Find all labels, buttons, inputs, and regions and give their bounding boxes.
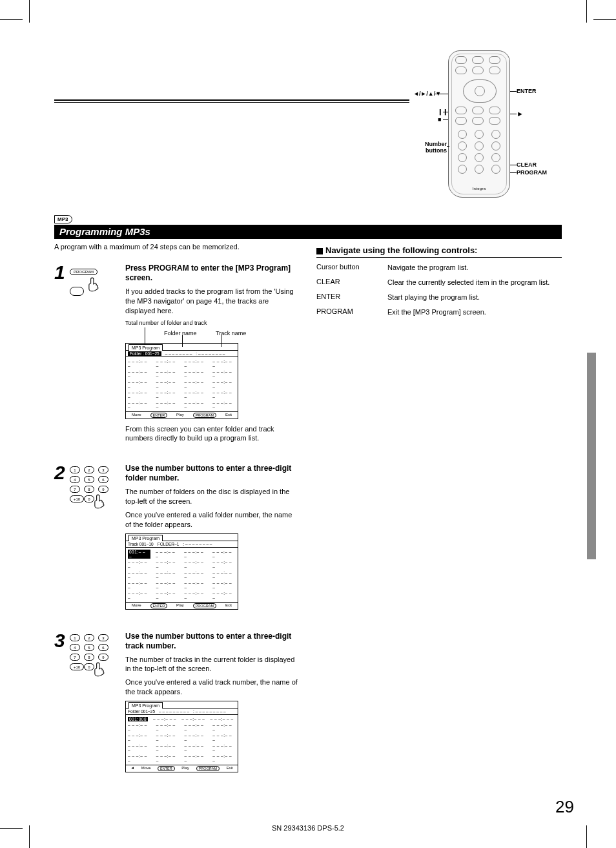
mp3-badge: MP3 <box>54 215 72 223</box>
step-text: The number of folders on the disc is dis… <box>125 487 300 506</box>
osd-header-right: : – – – – – – – – – <box>193 709 226 714</box>
step-text: From this screen you can enter folder an… <box>125 424 300 444</box>
step-3: 3 123 456 789 +100 Use the number button… <box>54 632 300 778</box>
footer-text: SN 29343136 DPS-5.2 <box>0 824 616 832</box>
step-number: 1 <box>54 264 70 281</box>
crop-mark <box>586 0 587 23</box>
intro-text: A program with a maximum of 24 steps can… <box>54 243 240 251</box>
crop-mark <box>0 19 23 20</box>
control-row: CLEARClear the currently selected item i… <box>316 278 562 287</box>
step-number: 2 <box>54 464 70 481</box>
control-desc: Start playing the program list. <box>387 293 562 302</box>
control-row: PROGRAMExit the [MP3 Program] screen. <box>316 307 562 317</box>
control-desc: Navigate the program list. <box>387 263 562 273</box>
osd-header-right: : – – – – – – – – <box>196 351 225 356</box>
remote-brand: Integra <box>449 187 509 191</box>
page-number: 29 <box>555 797 574 817</box>
control-row: Cursor buttonNavigate the program list. <box>316 263 562 273</box>
crop-mark <box>29 0 30 23</box>
hand-icon <box>92 493 108 515</box>
osd-header-mid: – – – – – – – – – <box>159 709 189 714</box>
step-title: Use the number buttons to enter a three-… <box>125 632 300 651</box>
clear-label: CLEAR <box>517 161 537 168</box>
annotation-total: Total number of folder and track <box>125 320 300 326</box>
step-2: 2 123 456 789 +100 Use the number button… <box>54 464 300 614</box>
step-text: Once you've entered a valid track number… <box>125 677 300 697</box>
annotation-folder: Folder name <box>164 330 197 336</box>
osd-tab: MP3 Program <box>128 702 163 708</box>
step-title: Use the number buttons to enter a three-… <box>125 464 300 483</box>
osd-tab: MP3 Program <box>128 535 163 541</box>
play-label: ► <box>517 110 524 118</box>
step-text: The number of tracks in the current fold… <box>125 655 300 674</box>
osd-header-left: Folder 001~25 <box>128 709 155 714</box>
side-tab <box>587 353 596 559</box>
divider <box>54 102 409 103</box>
section-title: Programming MP3s <box>54 225 562 239</box>
program-label: PROGRAM <box>517 169 547 176</box>
control-row: ENTERStart playing the program list. <box>316 293 562 302</box>
step-text: Once you've entered a valid folder numbe… <box>125 510 300 530</box>
control-desc: Clear the currently selected item in the… <box>387 278 562 287</box>
osd-screen-1: MP3 Program Folder : 001~25 – – – – – – … <box>125 343 238 419</box>
osd-header-mid: FOLDER–1 <box>158 542 180 546</box>
osd-header-mid: – – – – – – – – <box>165 351 192 356</box>
divider <box>54 99 409 101</box>
remote-outline: Integra <box>448 50 510 198</box>
number-pad-icon: 123 456 789 +100 <box>70 632 125 683</box>
osd-header-folder: Folder : 001~25 <box>128 351 161 356</box>
program-button-icon: PROGRAM <box>70 264 125 298</box>
control-key: Cursor button <box>316 263 387 273</box>
navigate-controls: Navigate using the following controls: C… <box>316 245 562 322</box>
control-desc: Exit the [MP3 Program] screen. <box>387 307 562 317</box>
navigate-heading: Navigate using the following controls: <box>316 245 562 258</box>
hand-icon <box>86 276 103 298</box>
control-key: CLEAR <box>316 278 387 287</box>
remote-diagram: Integra ◄/►/▲/▼ ❙❙ ■ Number buttons ENTE… <box>413 50 581 205</box>
step-title: Press PROGRAM to enter the [MP3 Program]… <box>125 264 300 283</box>
crop-mark <box>593 19 616 20</box>
stop-label: ■ <box>438 116 441 123</box>
control-key: PROGRAM <box>316 307 387 317</box>
step-1: 1 PROGRAM Press PROGRAM to enter the [MP… <box>54 264 300 447</box>
step-number: 3 <box>54 632 70 649</box>
number-pad-icon: 123 456 789 +100 <box>70 464 125 515</box>
number-buttons-label: Number buttons <box>412 141 447 154</box>
control-key: ENTER <box>316 293 387 302</box>
osd-header-right: : – – – – – – – – <box>183 542 212 546</box>
osd-screen-3: MP3 Program Folder 001~25 – – – – – – – … <box>125 701 238 772</box>
step-text: If you added tracks to the program list … <box>125 287 300 316</box>
navigate-heading-text: Navigate using the following controls: <box>325 245 477 255</box>
osd-screen-2: MP3 Program Track 001~10 FOLDER–1 : – – … <box>125 533 238 610</box>
hand-icon <box>92 661 108 683</box>
program-button-label: PROGRAM <box>70 269 98 275</box>
osd-header-left: Track 001~10 <box>128 542 154 546</box>
osd-tab: MP3 Program <box>128 344 163 351</box>
enter-label: ENTER <box>517 88 537 94</box>
